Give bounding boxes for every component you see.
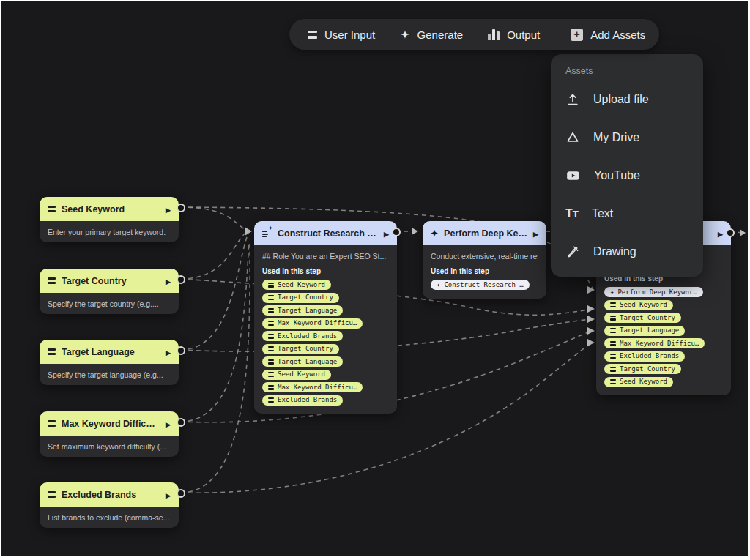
node-header[interactable]: Perform Deep Keyword ... xyxy=(423,221,546,245)
chip-max-keyword-difficulty[interactable]: Max Keyword Difficu… xyxy=(262,382,363,392)
node-target-language[interactable]: Target Language Specify the target langu… xyxy=(40,340,179,385)
asset-item-label: My Drive xyxy=(593,131,639,144)
chip-excluded-brands[interactable]: Excluded Brands xyxy=(262,395,343,406)
asset-item-drawing[interactable]: Drawing xyxy=(551,233,703,271)
connector-dot[interactable] xyxy=(177,418,185,427)
toolbar-item-label: Generate xyxy=(417,29,464,41)
asset-item-label: YouTube xyxy=(594,169,640,182)
node-excluded-brands[interactable]: Excluded Brands List brands to exclude (… xyxy=(40,482,179,528)
toolbar-item-add-assets[interactable]: Add Assets xyxy=(558,19,658,50)
node-description: Specify the target language (e.g... xyxy=(48,370,171,379)
chip-target-country[interactable]: Target Country xyxy=(262,293,339,303)
connector-dot[interactable] xyxy=(177,275,185,284)
chip-seed-keyword[interactable]: Seed Keyword xyxy=(262,370,331,380)
asset-item-youtube[interactable]: YouTube xyxy=(551,157,703,195)
chip-excluded-brands[interactable]: Excluded Brands xyxy=(604,351,685,362)
chip-seed-keyword[interactable]: Seed Keyword xyxy=(604,377,673,387)
chip-excluded-brands[interactable]: Excluded Brands xyxy=(262,331,343,341)
node-header[interactable]: Target Language xyxy=(40,340,179,364)
user-input-icon xyxy=(268,308,274,313)
node-description: Set maximum keyword difficulty (... xyxy=(48,442,171,451)
user-input-icon xyxy=(268,283,274,288)
node-title: Construct Research Qu... xyxy=(278,228,378,239)
node-header[interactable]: Seed Keyword xyxy=(40,197,179,221)
toolbar-item-user-input[interactable]: User Input xyxy=(295,19,387,50)
chip-target-country[interactable]: Target Country xyxy=(604,313,681,323)
generate-icon xyxy=(610,288,614,296)
upload-icon xyxy=(565,92,580,107)
chip-label: Target Language xyxy=(620,326,679,335)
connector-dot[interactable] xyxy=(177,489,185,498)
chip-target-country[interactable]: Target Country xyxy=(604,364,681,374)
user-input-icon xyxy=(268,321,274,326)
asset-item-my-drive[interactable]: My Drive xyxy=(551,119,703,157)
drawing-icon xyxy=(565,244,580,259)
chip-target-language[interactable]: Target Language xyxy=(262,356,343,367)
chip-seed-keyword[interactable]: Seed Keyword xyxy=(262,280,331,290)
connector-dot[interactable] xyxy=(177,346,185,355)
node-description: Specify the target country (e.g.... xyxy=(48,299,171,308)
play-button[interactable] xyxy=(533,228,538,239)
play-button[interactable] xyxy=(166,347,171,357)
chip-label: Target Country xyxy=(620,314,675,322)
connector-dot[interactable] xyxy=(392,228,401,236)
node-header[interactable]: Excluded Brands xyxy=(40,482,179,507)
play-button[interactable] xyxy=(166,276,171,286)
user-input-icon xyxy=(268,372,274,377)
toolbar-item-generate[interactable]: Generate xyxy=(387,19,475,50)
user-input-icon xyxy=(268,334,274,339)
play-button[interactable] xyxy=(384,228,389,239)
chip-target-country[interactable]: Target Country xyxy=(262,344,339,354)
chip-label: Excluded Brands xyxy=(278,332,337,340)
assets-panel: Assets Upload file My Drive YouTube TT T… xyxy=(551,54,703,277)
node-perform-deep-keyword[interactable]: Perform Deep Keyword ... Conduct extensi… xyxy=(423,221,546,299)
chip-max-keyword-difficulty[interactable]: Max Keyword Difficu… xyxy=(604,338,705,348)
user-input-icon xyxy=(48,277,56,284)
generate-icon xyxy=(431,228,438,239)
chip-label: Seed Keyword xyxy=(278,281,325,289)
chip-perform-deep-keyword[interactable]: Perform Deep Keywor… xyxy=(604,287,703,297)
user-input-icon xyxy=(610,379,616,384)
node-header[interactable]: Construct Research Qu... xyxy=(254,221,397,245)
chip-target-language[interactable]: Target Language xyxy=(262,305,343,316)
chip-construct-research[interactable]: Construct Research … xyxy=(431,280,530,290)
chip-label: Target Language xyxy=(278,307,337,315)
assets-panel-title: Assets xyxy=(551,64,703,81)
text-icon: TT xyxy=(565,207,579,220)
asset-item-upload-file[interactable]: Upload file xyxy=(551,81,703,119)
user-input-icon xyxy=(48,491,56,498)
node-max-keyword-difficulty[interactable]: Max Keyword Difficulty Set maximum keywo… xyxy=(40,411,179,457)
chip-label: Target Country xyxy=(620,365,675,373)
user-input-icon xyxy=(610,316,616,321)
chip-label: Target Country xyxy=(278,345,333,353)
connector-dot[interactable] xyxy=(177,204,185,212)
node-title: Seed Keyword xyxy=(62,204,125,214)
toolbar-item-output[interactable]: Output xyxy=(475,19,552,50)
used-in-step-label: Used in this step xyxy=(262,267,389,275)
play-button[interactable] xyxy=(166,419,171,429)
chip-label: Excluded Brands xyxy=(620,352,679,360)
chip-label: Max Keyword Difficu… xyxy=(278,319,357,327)
play-button[interactable] xyxy=(166,204,171,214)
chip-label: Seed Keyword xyxy=(620,301,667,309)
node-seed-keyword[interactable]: Seed Keyword Enter your primary target k… xyxy=(40,197,179,242)
node-header[interactable]: Max Keyword Difficulty xyxy=(40,411,179,436)
chip-seed-keyword[interactable]: Seed Keyword xyxy=(604,300,673,310)
youtube-icon xyxy=(565,168,581,183)
play-button[interactable] xyxy=(166,490,171,500)
workflow-canvas[interactable]: User Input Generate Output Add Assets As… xyxy=(1,1,748,556)
app-frame: User Input Generate Output Add Assets As… xyxy=(0,0,750,560)
chip-target-language[interactable]: Target Language xyxy=(604,326,685,336)
user-input-icon xyxy=(308,31,317,39)
node-construct-research[interactable]: Construct Research Qu... ## Role You are… xyxy=(254,221,397,414)
chip-label: Max Keyword Difficu… xyxy=(620,340,699,348)
node-title: Excluded Brands xyxy=(62,490,136,500)
node-header[interactable]: Target Country xyxy=(40,269,179,293)
chip-label: Target Language xyxy=(278,358,337,366)
chip-max-keyword-difficulty[interactable]: Max Keyword Difficu… xyxy=(262,318,363,329)
play-button[interactable] xyxy=(718,228,723,239)
user-input-icon xyxy=(610,354,616,359)
connector-dot[interactable] xyxy=(726,228,735,237)
node-target-country[interactable]: Target Country Specify the target countr… xyxy=(40,269,179,314)
asset-item-text[interactable]: TT Text xyxy=(551,195,703,233)
